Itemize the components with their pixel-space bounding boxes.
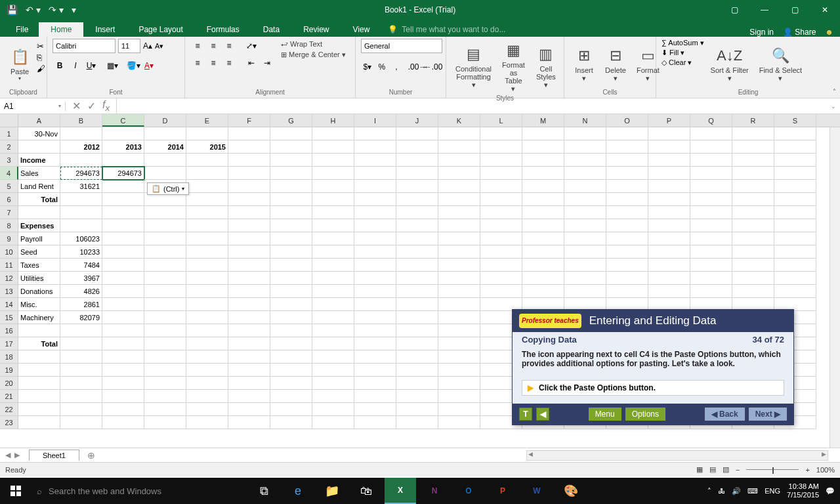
cell-A12[interactable]: Utilities [18,272,60,285]
cell-J4[interactable] [396,167,438,180]
cell-G14[interactable] [270,298,312,311]
cell-B20[interactable] [60,377,102,390]
cell-F20[interactable] [228,377,270,390]
cell-L8[interactable] [480,219,522,232]
cell-G16[interactable] [270,324,312,337]
undo-icon[interactable]: ↶ ▾ [26,5,41,15]
cell-S3[interactable] [774,154,816,167]
cell-C23[interactable] [102,416,144,429]
cell-J22[interactable] [396,403,438,416]
cell-H5[interactable] [312,180,354,193]
cell-E4[interactable] [186,167,228,180]
cell-P5[interactable] [648,180,690,193]
row-header-8[interactable]: 8 [0,219,18,232]
cell-P11[interactable] [648,259,690,272]
tray-chevron-icon[interactable]: ˄ [707,487,711,495]
cell-H11[interactable] [312,259,354,272]
cell-A6[interactable]: Total [18,193,60,206]
cell-J6[interactable] [396,193,438,206]
cell-B15[interactable]: 82079 [60,311,102,324]
cell-E8[interactable] [186,219,228,232]
cell-M1[interactable] [522,127,564,140]
col-header-I[interactable]: I [354,114,396,127]
tab-insert[interactable]: Insert [83,22,127,37]
cell-J18[interactable] [396,350,438,364]
row-header-19[interactable]: 19 [0,364,18,377]
col-header-H[interactable]: H [312,114,354,127]
cell-P3[interactable] [648,154,690,167]
col-header-F[interactable]: F [228,114,270,127]
cell-K10[interactable] [438,245,480,259]
cell-O2[interactable] [606,140,648,154]
sheet-nav-next-icon[interactable]: ▶ [14,451,20,459]
cell-E10[interactable] [186,245,228,259]
row-header-12[interactable]: 12 [0,272,18,285]
cell-P12[interactable] [648,272,690,285]
cell-N9[interactable] [564,232,606,245]
cell-L2[interactable] [480,140,522,154]
cell-D8[interactable] [144,219,186,232]
cell-E3[interactable] [186,154,228,167]
cell-O7[interactable] [606,206,648,219]
cell-I5[interactable] [354,180,396,193]
col-header-P[interactable]: P [648,114,690,127]
cell-J20[interactable] [396,377,438,390]
cell-A3[interactable]: Income [18,154,60,167]
cell-I16[interactable] [354,324,396,337]
cell-N11[interactable] [564,259,606,272]
row-header-11[interactable]: 11 [0,259,18,272]
cell-A4[interactable]: Sales [18,167,60,180]
cell-J15[interactable] [396,311,438,324]
cell-M7[interactable] [522,206,564,219]
redo-icon[interactable]: ↷ ▾ [49,5,64,15]
cell-S6[interactable] [774,193,816,206]
cell-I3[interactable] [354,154,396,167]
save-icon[interactable]: 💾 [7,5,18,15]
cell-J9[interactable] [396,232,438,245]
cell-M6[interactable] [522,193,564,206]
cell-O3[interactable] [606,154,648,167]
number-format-select[interactable] [361,39,442,53]
cell-I13[interactable] [354,285,396,298]
cell-K18[interactable] [438,350,480,364]
view-normal-icon[interactable]: ▦ [696,465,703,474]
add-sheet-icon[interactable]: ⊕ [87,450,95,461]
cell-Q8[interactable] [690,219,732,232]
select-all-corner[interactable] [0,114,18,127]
cell-I14[interactable] [354,298,396,311]
cell-B4[interactable]: 294673 [60,167,102,180]
cell-I10[interactable] [354,245,396,259]
cell-B19[interactable] [60,364,102,377]
cell-F14[interactable] [228,298,270,311]
cell-E11[interactable] [186,259,228,272]
align-middle-icon[interactable]: ≡ [206,39,220,53]
cell-F7[interactable] [228,206,270,219]
indent-decrease-icon[interactable]: ⇤ [244,56,259,70]
cell-Q9[interactable] [690,232,732,245]
task-view-icon[interactable]: ⧉ [248,478,280,504]
cell-A10[interactable]: Seed [18,245,60,259]
cell-L11[interactable] [480,259,522,272]
tutorial-prev-step-icon[interactable]: ◀ [536,408,549,421]
tab-page-layout[interactable]: Page Layout [127,22,194,37]
cell-K17[interactable] [438,337,480,350]
cell-Q4[interactable] [690,167,732,180]
cell-B7[interactable] [60,206,102,219]
align-bottom-icon[interactable]: ≡ [222,39,236,53]
row-header-17[interactable]: 17 [0,337,18,350]
cell-N13[interactable] [564,285,606,298]
cell-D3[interactable] [144,154,186,167]
align-top-icon[interactable]: ≡ [190,39,205,53]
cell-H4[interactable] [312,167,354,180]
cell-D2[interactable]: 2014 [144,140,186,154]
cell-C20[interactable] [102,377,144,390]
cell-E6[interactable] [186,193,228,206]
col-header-R[interactable]: R [732,114,774,127]
cell-H9[interactable] [312,232,354,245]
cell-H3[interactable] [312,154,354,167]
cell-C11[interactable] [102,259,144,272]
zoom-slider[interactable] [746,469,799,470]
cell-R6[interactable] [732,193,774,206]
cell-H18[interactable] [312,350,354,364]
cell-N6[interactable] [564,193,606,206]
